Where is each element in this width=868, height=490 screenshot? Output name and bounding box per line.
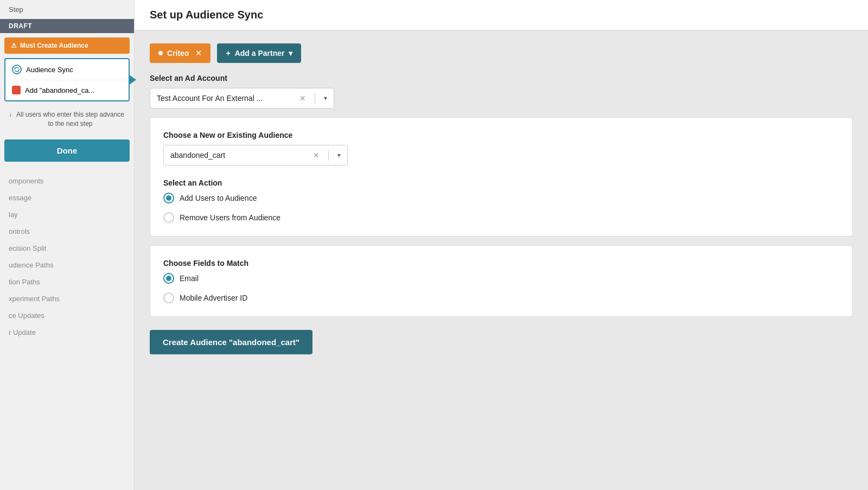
create-audience-button[interactable]: Create Audience "abandoned_cart" — [150, 330, 312, 354]
criteo-button[interactable]: Criteo ✕ — [150, 43, 210, 63]
action-remove-users[interactable]: Remove Users from Audience — [163, 212, 839, 223]
audience-chevron-icon[interactable]: ▾ — [337, 151, 341, 159]
audience-label: Choose a New or Existing Audience — [163, 131, 839, 139]
nav-experiment-paths[interactable]: xperiment Paths — [0, 290, 134, 307]
audience-sync-label: Audience Sync — [26, 66, 73, 74]
action-label: Select an Action — [163, 179, 839, 187]
sidebar: Step DRAFT ⚠ Must Create Audience Audien… — [0, 0, 135, 490]
chevron-right-icon — [129, 74, 136, 85]
nav-action-paths[interactable]: tion Paths — [0, 273, 134, 290]
ad-account-select[interactable]: Test Account For An External ... ✕ ▾ — [150, 88, 334, 109]
nav-delay[interactable]: lay — [0, 206, 134, 223]
add-abandoned-label: Add "abandoned_ca... — [25, 86, 94, 94]
advance-text: ↓ All users who enter this step advance … — [0, 104, 134, 135]
audience-clear-icon[interactable]: ✕ — [313, 151, 320, 160]
email-radio[interactable] — [163, 273, 174, 284]
action-radio-group: Add Users to Audience Remove Users from … — [163, 193, 839, 223]
field-mobile-advertiser[interactable]: Mobile Advertiser ID — [163, 292, 839, 303]
nav-components[interactable]: omponents — [0, 173, 134, 189]
audience-sync-item[interactable]: Audience Sync — [5, 59, 129, 80]
warning-icon: ⚠ — [11, 42, 17, 49]
partner-buttons: Criteo ✕ + Add a Partner ▾ — [150, 43, 853, 63]
fields-label: Choose Fields to Match — [163, 259, 839, 268]
audience-divider — [328, 150, 329, 161]
audience-section: Choose a New or Existing Audience abando… — [163, 131, 839, 166]
fields-radio-group: Email Mobile Advertiser ID — [163, 273, 839, 303]
plus-icon: + — [226, 49, 230, 58]
must-create-banner: ⚠ Must Create Audience — [4, 37, 130, 54]
step-item-box[interactable]: Audience Sync Add "abandoned_ca... — [4, 58, 130, 101]
nav-decision-split[interactable]: ecision Split — [0, 240, 134, 257]
criteo-close-icon[interactable]: ✕ — [195, 49, 202, 58]
audience-value: abandoned_cart — [170, 151, 313, 160]
mobile-advertiser-label: Mobile Advertiser ID — [180, 294, 247, 302]
page-title: Set up Audience Sync — [150, 9, 853, 21]
action-add-users[interactable]: Add Users to Audience — [163, 193, 839, 203]
add-users-label: Add Users to Audience — [180, 194, 257, 202]
ad-account-section: Select an Ad Account Test Account For An… — [150, 74, 853, 109]
field-email[interactable]: Email — [163, 273, 839, 284]
criteo-label: Criteo — [167, 49, 189, 58]
email-label: Email — [180, 274, 199, 283]
remove-users-label: Remove Users from Audience — [180, 213, 280, 222]
sync-icon — [12, 65, 22, 74]
must-create-label: Must Create Audience — [20, 42, 88, 49]
draft-badge: DRAFT — [0, 19, 134, 33]
criteo-dot — [158, 51, 163, 55]
ad-account-clear-icon[interactable]: ✕ — [299, 94, 306, 103]
nav-message[interactable]: essage — [0, 189, 134, 206]
action-section: Select an Action Add Users to Audience R… — [163, 179, 839, 223]
nav-audience-paths[interactable]: udience Paths — [0, 257, 134, 273]
fields-card: Choose Fields to Match Email Mobile Adve… — [150, 245, 853, 317]
done-button[interactable]: Done — [4, 139, 130, 162]
mobile-advertiser-radio[interactable] — [163, 292, 174, 303]
nav-r-update[interactable]: r Update — [0, 324, 134, 341]
main-content: Set up Audience Sync Criteo ✕ + Add a Pa… — [135, 0, 868, 490]
audience-select[interactable]: abandoned_cart ✕ ▾ — [163, 145, 348, 166]
select-actions: ✕ ▾ — [299, 93, 327, 104]
remove-users-radio[interactable] — [163, 212, 174, 223]
audience-select-actions: ✕ ▾ — [313, 150, 341, 161]
nav-ce-updates[interactable]: ce Updates — [0, 307, 134, 324]
content-area: Criteo ✕ + Add a Partner ▾ Select an Ad … — [135, 30, 868, 367]
ad-account-label: Select an Ad Account — [150, 74, 853, 82]
add-users-radio[interactable] — [163, 193, 174, 203]
add-abandoned-item[interactable]: Add "abandoned_ca... — [5, 80, 129, 100]
add-partner-label: Add a Partner — [235, 49, 285, 58]
ad-account-value: Test Account For An External ... — [157, 94, 299, 103]
nav-controls[interactable]: ontrols — [0, 223, 134, 240]
arrow-down-icon: ↓ — [9, 110, 12, 119]
step-header: Step — [0, 0, 134, 19]
select-divider — [315, 93, 315, 104]
chevron-down-icon: ▾ — [289, 49, 292, 58]
ad-account-chevron-icon[interactable]: ▾ — [324, 94, 327, 102]
main-header: Set up Audience Sync — [135, 0, 868, 30]
sidebar-nav: omponents essage lay ontrols ecision Spl… — [0, 168, 134, 345]
audience-action-card: Choose a New or Existing Audience abando… — [150, 117, 853, 237]
add-partner-button[interactable]: + Add a Partner ▾ — [217, 43, 301, 63]
stop-icon — [12, 86, 21, 94]
